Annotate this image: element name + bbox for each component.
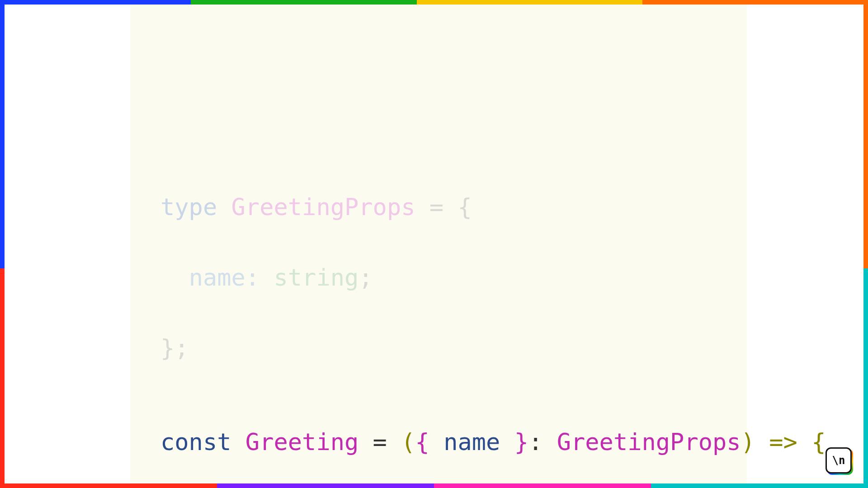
code-line-3: }; bbox=[160, 336, 826, 360]
code-block: type GreetingProps = { name: string; }; … bbox=[160, 148, 826, 488]
frame-border-left bbox=[0, 0, 5, 488]
frame-border-right bbox=[863, 0, 868, 488]
slide-frame: type GreetingProps = { name: string; }; … bbox=[0, 0, 868, 488]
slide-body: type GreetingProps = { name: string; }; … bbox=[5, 5, 863, 483]
frame-border-top bbox=[0, 0, 868, 5]
brand-logo-text: \n bbox=[832, 454, 845, 467]
code-line-1: type GreetingProps = { bbox=[160, 195, 826, 219]
code-line-2: name: string; bbox=[160, 266, 826, 289]
brand-logo: \n bbox=[826, 447, 852, 474]
code-line-5: const Greeting = ({ name }: GreetingProp… bbox=[160, 430, 826, 454]
brand-logo-tile: \n bbox=[826, 447, 852, 474]
